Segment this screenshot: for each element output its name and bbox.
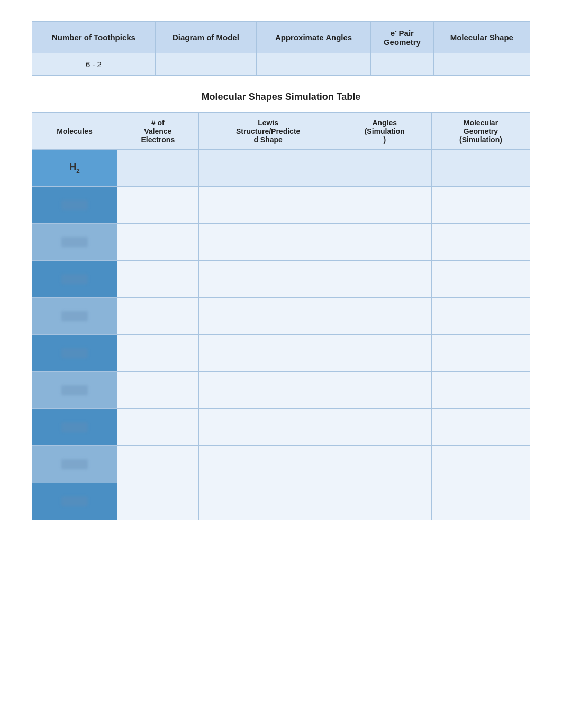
lewis-cell — [198, 409, 338, 446]
lewis-cell — [198, 224, 338, 261]
top-header-pair-geometry: e- PairGeometry — [371, 22, 433, 53]
top-row-toothpicks: 6 - 2 — [32, 53, 156, 76]
molecule-label: ~~~~ — [61, 385, 88, 395]
geo-cell — [431, 446, 530, 483]
molecule-label: H2 — [69, 162, 80, 172]
molecule-cell: ~~~~ — [32, 372, 117, 409]
top-row-pair-geo — [371, 53, 433, 76]
sim-header-lewis: LewisStructure/Predicted Shape — [198, 113, 338, 150]
top-header-toothpicks: Number of Toothpicks — [32, 22, 156, 53]
valence-cell — [117, 409, 199, 446]
section-title: Molecular Shapes Simulation Table — [32, 92, 530, 103]
top-table: Number of Toothpicks Diagram of Model Ap… — [32, 21, 530, 76]
top-header-angles: Approximate Angles — [256, 22, 370, 53]
top-row-diagram — [155, 53, 256, 76]
geo-cell — [431, 224, 530, 261]
geo-cell — [431, 150, 530, 187]
lewis-cell — [198, 298, 338, 335]
top-row-approx-angles — [256, 53, 370, 76]
geo-cell — [431, 335, 530, 372]
molecule-cell: ~~ — [32, 446, 117, 483]
molecule-cell: ~~~~ — [32, 483, 117, 520]
lewis-cell — [198, 187, 338, 224]
table-row: ~~~ — [32, 409, 530, 446]
sim-header-angles: Angles(Simulation) — [338, 113, 431, 150]
molecule-label: ~~~ — [61, 422, 88, 432]
table-row: ~~ — [32, 446, 530, 483]
geo-cell — [431, 409, 530, 446]
geo-cell — [431, 372, 530, 409]
lewis-cell — [198, 261, 338, 298]
sim-header-molecules: Molecules — [32, 113, 117, 150]
valence-cell — [117, 372, 199, 409]
angles-cell — [338, 409, 431, 446]
simulation-table: Molecules # ofValenceElectrons LewisStru… — [32, 112, 530, 520]
molecule-cell: H2 — [32, 150, 117, 187]
angles-cell — [338, 187, 431, 224]
table-row: H2 — [32, 150, 530, 187]
table-row: ~~~ — [32, 187, 530, 224]
table-row: ~~~~ — [32, 298, 530, 335]
top-header-molecular-shape: Molecular Shape — [433, 22, 530, 53]
valence-cell — [117, 298, 199, 335]
sim-header-valence: # ofValenceElectrons — [117, 113, 199, 150]
angles-cell — [338, 150, 431, 187]
molecule-label: ~~~ — [61, 348, 88, 358]
angles-cell — [338, 372, 431, 409]
molecule-label: ~~~~ — [61, 311, 88, 321]
molecule-cell: ~~~ — [32, 187, 117, 224]
molecule-label: ~~ — [61, 459, 88, 469]
angles-cell — [338, 298, 431, 335]
valence-cell — [117, 187, 199, 224]
molecule-label: ~~~ — [61, 200, 88, 210]
molecule-label: ~~~ — [61, 274, 88, 284]
molecule-cell: ~~~~ — [32, 224, 117, 261]
lewis-cell — [198, 372, 338, 409]
valence-cell — [117, 261, 199, 298]
angles-cell — [338, 261, 431, 298]
valence-cell — [117, 446, 199, 483]
table-row: ~~~~ — [32, 372, 530, 409]
molecule-label: ~~~~ — [61, 496, 88, 506]
sim-header-mol-geo: MolecularGeometry(Simulation) — [431, 113, 530, 150]
lewis-cell — [198, 150, 338, 187]
molecule-label: ~~~~ — [61, 237, 88, 247]
valence-cell — [117, 335, 199, 372]
geo-cell — [431, 298, 530, 335]
lewis-cell — [198, 335, 338, 372]
geo-cell — [431, 187, 530, 224]
valence-cell — [117, 224, 199, 261]
top-header-diagram: Diagram of Model — [155, 22, 256, 53]
valence-cell — [117, 483, 199, 520]
angles-cell — [338, 224, 431, 261]
angles-cell — [338, 483, 431, 520]
top-row-mol-shape — [433, 53, 530, 76]
molecule-cell: ~~~ — [32, 409, 117, 446]
angles-cell — [338, 335, 431, 372]
table-row: ~~~~ — [32, 224, 530, 261]
geo-cell — [431, 261, 530, 298]
molecule-cell: ~~~ — [32, 261, 117, 298]
lewis-cell — [198, 483, 338, 520]
table-row: ~~~~ — [32, 483, 530, 520]
molecule-cell: ~~~ — [32, 335, 117, 372]
lewis-cell — [198, 446, 338, 483]
molecule-cell: ~~~~ — [32, 298, 117, 335]
table-row: ~~~ — [32, 261, 530, 298]
table-row: ~~~ — [32, 335, 530, 372]
geo-cell — [431, 483, 530, 520]
valence-cell — [117, 150, 199, 187]
angles-cell — [338, 446, 431, 483]
